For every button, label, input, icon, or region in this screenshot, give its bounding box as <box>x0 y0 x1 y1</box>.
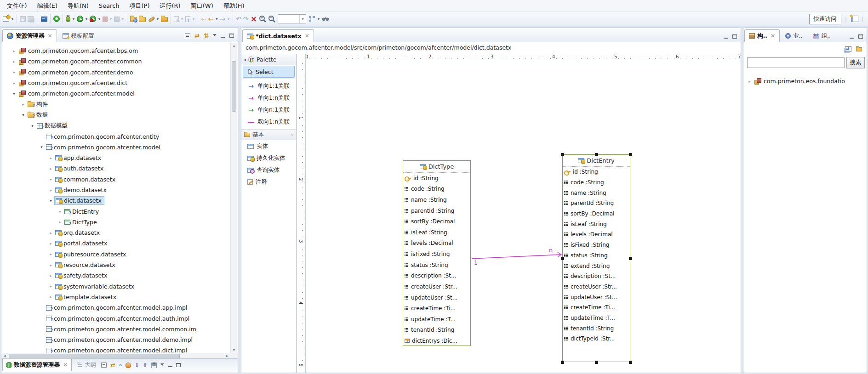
entity-field[interactable]: id :String <box>403 173 470 184</box>
tree-item[interactable]: ▸resource.datasetx <box>1 260 238 270</box>
menu-search[interactable]: Search <box>94 0 125 11</box>
maximize-icon[interactable] <box>176 363 181 367</box>
entity-field[interactable]: code :String <box>403 184 470 195</box>
tree-item-selected[interactable]: ▾dict.datasetx <box>1 195 238 206</box>
palette-relation-1ton[interactable]: →单向1:n关联 <box>241 92 296 104</box>
link-selected-icon[interactable] <box>119 364 122 366</box>
scrollbar-thumb[interactable] <box>232 61 236 112</box>
view-menu-icon[interactable] <box>213 34 217 36</box>
scroll-up-icon[interactable]: ▲ <box>231 43 237 49</box>
selection-handle[interactable] <box>629 153 632 156</box>
search-binoculars-icon[interactable] <box>321 13 330 24</box>
relation-source-cardinality[interactable]: 1 <box>474 259 478 266</box>
entity-field[interactable]: tenantId :String <box>563 323 630 334</box>
palette-tool-persistent-entity[interactable]: 持久化实体 <box>241 152 296 164</box>
menu-run[interactable]: 运行(R) <box>155 0 186 12</box>
zoom-level-combo[interactable]: ▾ <box>278 14 306 23</box>
tree-item[interactable]: ▾com.primeton.gocom.afcenter.model <box>1 88 238 99</box>
entity-field[interactable]: updateTime :T... <box>403 314 470 325</box>
collapse-palette-icon[interactable]: ◂ <box>244 57 246 62</box>
maximize-icon[interactable] <box>858 34 863 39</box>
relation-target-cardinality[interactable]: n <box>549 247 553 254</box>
entity-field[interactable]: isFixed :String <box>563 240 630 250</box>
entity-field[interactable]: levels :Decimal <box>403 238 470 249</box>
entity-field[interactable]: isLeaf :String <box>403 227 470 238</box>
tree-item[interactable]: ▸common.datasetx <box>1 174 238 185</box>
menu-navigate[interactable]: 导航(N) <box>63 0 94 12</box>
entity-field[interactable]: parentId :String <box>563 198 630 209</box>
menu-help[interactable]: 帮助(H) <box>218 0 250 12</box>
entity-field[interactable]: name :String <box>563 187 630 198</box>
tree-item[interactable]: ▾数据模型 <box>1 120 238 131</box>
selection-handle[interactable] <box>629 361 632 364</box>
palette-header[interactable]: ◂ Palette <box>241 54 296 65</box>
selection-handle[interactable] <box>629 257 632 260</box>
palette-select-tool[interactable]: Select <box>243 66 295 78</box>
entity-field[interactable]: id :String <box>563 167 630 177</box>
console-icon[interactable] <box>40 13 48 24</box>
tree-item[interactable]: ▸portal.datasetx <box>1 238 238 249</box>
menu-project[interactable]: 项目(P) <box>125 0 155 12</box>
tree-item[interactable]: ▸org.datasetx <box>1 227 238 238</box>
diagram-canvas[interactable]: 1 n DictType id :String code :String nam… <box>306 60 741 373</box>
tree-item[interactable]: ▸systemvariable.datasetx <box>1 281 238 292</box>
pin-icon[interactable]: ‹› <box>291 132 293 137</box>
collapse-all-icon[interactable] <box>185 33 190 38</box>
palette-relation-bidir[interactable]: —双向1:n关联 <box>241 116 296 128</box>
entity-field[interactable]: isLeaf :String <box>563 219 630 229</box>
tree-item[interactable]: com.primeton.gocom.afcenter.model.common… <box>1 324 238 334</box>
menu-file[interactable]: 文件(F) <box>2 0 32 12</box>
perspective-icon[interactable] <box>851 16 858 22</box>
package-folder-icon[interactable] <box>160 13 169 24</box>
maximize-icon[interactable] <box>732 34 737 39</box>
tree-item[interactable]: ▾com.primeton.gocom.afcenter.model <box>1 142 238 153</box>
save-config-icon[interactable] <box>151 363 157 368</box>
palette-tool-annotation[interactable]: 注释 <box>241 176 296 188</box>
debug-dropdown-icon[interactable]: ▾ <box>71 17 76 21</box>
diagram-layout-icon[interactable] <box>308 13 316 24</box>
tree-item[interactable]: ▸app.datasetx <box>1 153 238 163</box>
entity-field[interactable]: description :St... <box>563 271 630 282</box>
open-folder-icon[interactable] <box>138 13 147 24</box>
palette-relation-nto1[interactable]: →单向n:1关联 <box>241 104 296 116</box>
tree-item[interactable]: com.primeton.gocom.afcenter.model.dict.i… <box>1 345 238 353</box>
entity-field[interactable]: code :String <box>563 177 630 188</box>
search-button[interactable]: 搜索 <box>846 57 865 68</box>
view-menu-icon[interactable] <box>160 363 164 366</box>
entity-title[interactable]: DictEntry <box>563 155 630 167</box>
tree-item[interactable]: ▸template.datasetx <box>1 292 238 302</box>
quick-access-box[interactable]: 快速访问 <box>809 14 841 24</box>
back-dropdown-icon[interactable]: ▾ <box>214 17 219 21</box>
tab-components[interactable]: 构.. ✕ <box>744 29 780 42</box>
minimize-icon[interactable] <box>724 35 728 39</box>
close-icon[interactable]: ✕ <box>63 362 68 368</box>
entity-field[interactable]: createUser :Str... <box>403 281 470 292</box>
palette-group-basic[interactable]: 基本 ‹› <box>241 129 296 140</box>
entity-field[interactable]: status :String <box>403 260 470 271</box>
palette-relation-1to1[interactable]: →单向1:1关联 <box>241 80 296 92</box>
close-icon[interactable]: ✕ <box>771 33 775 39</box>
entity-field[interactable]: name :String <box>403 194 470 205</box>
scroll-down-icon[interactable]: ▼ <box>231 347 237 353</box>
palette-tool-query-entity[interactable]: 查询实体 <box>241 164 296 176</box>
tree-item[interactable]: com.primeton.gocom.afcenter.model.demo.i… <box>1 334 238 345</box>
tree-vertical-scrollbar[interactable]: ▲ ▼ <box>230 43 237 353</box>
tab-datasource-explorer[interactable]: 数据源资源管理器 ✕ <box>2 359 72 371</box>
terminate-icon[interactable] <box>52 13 61 24</box>
tree-item[interactable]: com.primeton.gocom.afcenter.model.auth.i… <box>1 313 238 323</box>
tab-dict-datasetx[interactable]: *dict.datasetx ✕ <box>242 29 314 42</box>
tree-item[interactable]: com.primeton.gocom.afcenter.entity <box>1 131 238 142</box>
deploy-folder-icon[interactable] <box>129 13 138 24</box>
selection-handle[interactable] <box>561 361 564 364</box>
entity-field[interactable]: createUser :Str... <box>563 282 630 292</box>
hand-pointer-icon[interactable] <box>126 363 131 368</box>
layout-dropdown-icon[interactable]: ▾ <box>316 17 321 21</box>
export-icon[interactable]: ⇧ <box>143 363 148 368</box>
tree-item[interactable]: ▸pubresource.datasetx <box>1 249 238 260</box>
selection-handle[interactable] <box>561 257 564 260</box>
run-service-icon[interactable] <box>89 13 97 24</box>
tree-item[interactable]: ▸构件 <box>1 99 238 109</box>
tree-item[interactable]: ▸com.primeton.gocom.afcenter.demo <box>1 67 238 78</box>
tree-item[interactable]: ▸safety.datasetx <box>1 270 238 281</box>
zoom-out-icon[interactable]: − <box>267 13 276 24</box>
